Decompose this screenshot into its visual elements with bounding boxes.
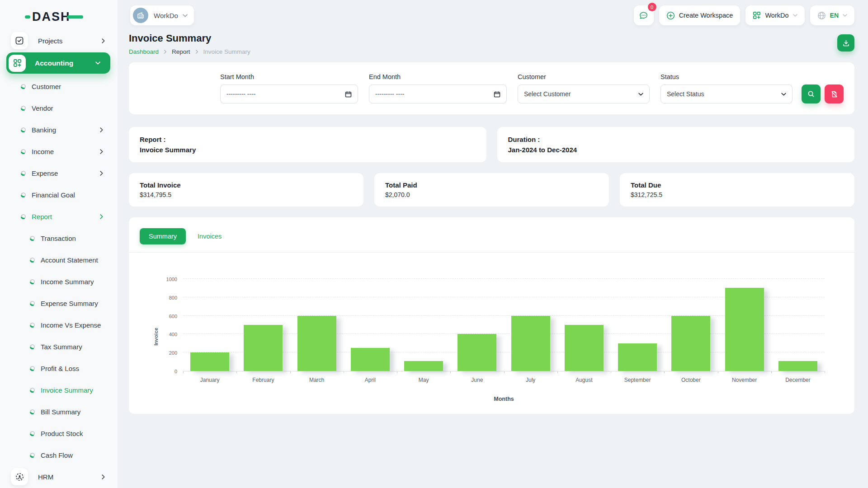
- x-axis-tick: [611, 371, 611, 373]
- messages-button[interactable]: 0: [634, 5, 654, 25]
- bullet-icon: [30, 431, 35, 436]
- sidebar-item-account-statement[interactable]: Account Statement: [0, 249, 118, 271]
- divider: [129, 252, 854, 253]
- bullet-icon: [21, 127, 26, 132]
- summary-tabs: Summary Invoices: [140, 228, 844, 244]
- sidebar-item-profit-loss[interactable]: Profit & Loss: [0, 357, 118, 379]
- user-focus-icon: [11, 468, 28, 485]
- bar-may[interactable]: [404, 361, 443, 371]
- app-logo[interactable]: DASH: [0, 6, 118, 27]
- x-axis-tick: [664, 371, 665, 373]
- bar-april[interactable]: [351, 348, 390, 371]
- x-tick-label: December: [771, 377, 825, 383]
- y-tick-label: 800: [169, 295, 177, 300]
- sidebar-item-banking[interactable]: Banking: [0, 119, 118, 141]
- sidebar: DASH Projects Accounting Customer Vendor: [0, 0, 118, 488]
- sidebar-item-accounting[interactable]: Accounting: [6, 52, 110, 74]
- sidebar-item-report[interactable]: Report: [0, 206, 118, 227]
- sidebar-item-projects[interactable]: Projects: [0, 30, 118, 52]
- main-column: WorkDo 0 Create Workspace: [118, 0, 868, 488]
- sidebar-item-product-stock[interactable]: Product Stock: [0, 422, 118, 444]
- x-axis-tick: [825, 371, 825, 373]
- sidebar-item-transaction[interactable]: Transaction: [0, 227, 118, 249]
- bullet-icon: [30, 388, 35, 393]
- bar-january[interactable]: [190, 352, 229, 371]
- download-report-button[interactable]: [837, 34, 854, 52]
- chevron-down-icon: [638, 92, 643, 97]
- chevron-right-icon: [195, 50, 199, 54]
- workdo-menu-button[interactable]: WorkDo: [745, 5, 804, 25]
- sidebar-item-invoice-summary[interactable]: Invoice Summary: [0, 379, 118, 401]
- grid-plus-icon: [753, 11, 761, 19]
- x-tick-label: August: [557, 377, 611, 383]
- x-axis-tick: [557, 371, 558, 373]
- start-month-input[interactable]: --------- ----: [220, 84, 358, 103]
- language-selector[interactable]: EN: [810, 5, 854, 25]
- tab-invoices[interactable]: Invoices: [189, 228, 231, 244]
- breadcrumb-current: Invoice Summary: [203, 48, 250, 55]
- total-due-card: Total Due $312,725.5: [620, 173, 854, 206]
- sidebar-item-customer[interactable]: Customer: [0, 75, 118, 97]
- x-tick-label: October: [664, 377, 718, 383]
- status-select[interactable]: Select Status: [660, 84, 793, 103]
- logo-dash-icon: [25, 15, 30, 19]
- sidebar-item-vendor[interactable]: Vendor: [0, 97, 118, 119]
- bar-december[interactable]: [778, 361, 817, 371]
- chevron-down-icon: [95, 61, 100, 66]
- x-tick-label: September: [610, 377, 665, 383]
- topbar: WorkDo 0 Create Workspace: [118, 0, 868, 26]
- sidebar-item-label: Projects: [38, 37, 101, 45]
- customer-select[interactable]: Select Customer: [518, 84, 650, 103]
- sidebar-item-income[interactable]: Income: [0, 141, 118, 162]
- x-tick-label: April: [343, 377, 397, 383]
- sidebar-item-cash-flow[interactable]: Cash Flow: [0, 444, 118, 466]
- breadcrumb-dashboard[interactable]: Dashboard: [129, 48, 159, 55]
- end-month-input[interactable]: --------- ----: [369, 84, 507, 103]
- start-month-field: Start Month --------- ----: [220, 73, 358, 103]
- bullet-icon: [30, 409, 35, 414]
- bullet-icon: [30, 236, 35, 241]
- report-info-row: Report : Invoice Summary Duration : Jan-…: [129, 127, 854, 162]
- page-title: Invoice Summary: [129, 33, 250, 44]
- totals-row: Total Invoice $314,795.5 Total Paid $2,0…: [129, 173, 854, 206]
- bar-november[interactable]: [725, 288, 764, 371]
- chevron-right-icon: [101, 474, 106, 479]
- sidebar-item-expense-summary[interactable]: Expense Summary: [0, 292, 118, 314]
- filter-panel: Start Month --------- ---- End Month ---…: [129, 62, 854, 114]
- sidebar-item-tax-summary[interactable]: Tax Summary: [0, 336, 118, 357]
- x-axis-tick: [236, 371, 237, 373]
- create-workspace-button[interactable]: Create Workspace: [659, 5, 741, 25]
- workspace-selector[interactable]: WorkDo: [130, 5, 194, 25]
- bullet-icon: [21, 171, 26, 176]
- bar-june[interactable]: [458, 334, 496, 371]
- bar-september[interactable]: [618, 343, 657, 371]
- x-axis-tick: [290, 371, 291, 373]
- bar-july[interactable]: [511, 316, 550, 371]
- filter-buttons: [802, 84, 844, 103]
- sidebar-item-label: HRM: [38, 473, 101, 481]
- bar-october[interactable]: [671, 316, 710, 371]
- create-workspace-label: Create Workspace: [679, 12, 733, 19]
- workdo-menu-label: WorkDo: [765, 12, 788, 19]
- reset-filter-button[interactable]: [825, 84, 844, 103]
- sidebar-item-income-summary[interactable]: Income Summary: [0, 271, 118, 292]
- bar-february[interactable]: [244, 325, 283, 371]
- apply-filter-button[interactable]: [802, 84, 821, 103]
- x-tick-label: May: [396, 377, 451, 383]
- logo-text: DASH: [32, 10, 71, 24]
- start-month-label: Start Month: [220, 73, 358, 80]
- bar-march[interactable]: [297, 316, 336, 371]
- bar-august[interactable]: [565, 325, 604, 371]
- plus-circle-icon: [666, 11, 675, 20]
- sidebar-item-expense[interactable]: Expense: [0, 162, 118, 184]
- sidebar-item-financial-goal[interactable]: Financial Goal: [0, 184, 118, 206]
- report-card-label: Report :: [140, 136, 476, 143]
- tab-summary[interactable]: Summary: [140, 228, 186, 244]
- sidebar-item-hrm[interactable]: HRM: [0, 466, 118, 488]
- sidebar-item-bill-summary[interactable]: Bill Summary: [0, 401, 118, 422]
- bullet-icon: [30, 453, 35, 458]
- end-month-label: End Month: [369, 73, 507, 80]
- breadcrumb-report[interactable]: Report: [172, 48, 190, 55]
- sidebar-item-income-vs-expense[interactable]: Income Vs Expense: [0, 314, 118, 336]
- messages-count-badge: 0: [648, 3, 656, 11]
